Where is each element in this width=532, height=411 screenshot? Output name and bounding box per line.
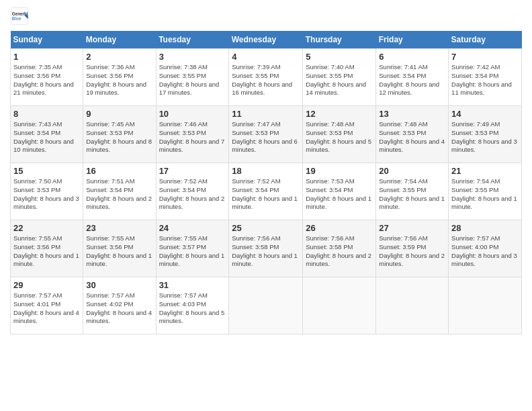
calendar-cell	[229, 277, 303, 334]
cell-info: Sunrise: 7:49 AM Sunset: 3:53 PM Dayligh…	[451, 120, 519, 154]
calendar-cell: 2 Sunrise: 7:36 AM Sunset: 3:56 PM Dayli…	[83, 49, 156, 106]
day-number: 22	[13, 223, 80, 233]
day-number: 29	[13, 280, 80, 290]
calendar-cell: 6 Sunrise: 7:41 AM Sunset: 3:54 PM Dayli…	[376, 49, 449, 106]
week-row-2: 8 Sunrise: 7:43 AM Sunset: 3:54 PM Dayli…	[11, 106, 522, 163]
day-number: 26	[306, 223, 373, 233]
col-header-wednesday: Wednesday	[229, 31, 303, 49]
cell-info: Sunrise: 7:57 AM Sunset: 4:00 PM Dayligh…	[451, 234, 519, 269]
cell-info: Sunrise: 7:57 AM Sunset: 4:01 PM Dayligh…	[13, 291, 80, 326]
calendar-cell: 23 Sunrise: 7:55 AM Sunset: 3:56 PM Dayl…	[83, 220, 156, 277]
cell-info: Sunrise: 7:46 AM Sunset: 3:53 PM Dayligh…	[159, 120, 226, 154]
cell-info: Sunrise: 7:51 AM Sunset: 3:54 PM Dayligh…	[86, 177, 152, 212]
calendar-cell: 11 Sunrise: 7:47 AM Sunset: 3:53 PM Dayl…	[229, 106, 303, 163]
col-header-saturday: Saturday	[449, 31, 522, 49]
calendar-cell: 31 Sunrise: 7:57 AM Sunset: 4:03 PM Dayl…	[156, 277, 229, 334]
day-number: 17	[159, 166, 226, 176]
day-number: 3	[159, 52, 226, 62]
calendar-cell: 24 Sunrise: 7:55 AM Sunset: 3:57 PM Dayl…	[156, 220, 229, 277]
cell-info: Sunrise: 7:54 AM Sunset: 3:55 PM Dayligh…	[451, 177, 519, 212]
cell-info: Sunrise: 7:57 AM Sunset: 4:03 PM Dayligh…	[159, 291, 226, 326]
day-number: 12	[306, 109, 373, 119]
cell-info: Sunrise: 7:48 AM Sunset: 3:53 PM Dayligh…	[306, 120, 373, 154]
day-number: 18	[232, 166, 300, 176]
calendar-cell: 19 Sunrise: 7:53 AM Sunset: 3:54 PM Dayl…	[303, 163, 376, 220]
day-number: 1	[13, 52, 80, 62]
col-header-tuesday: Tuesday	[156, 31, 229, 49]
calendar-cell: 9 Sunrise: 7:45 AM Sunset: 3:53 PM Dayli…	[83, 106, 156, 163]
logo: General Blue	[10, 7, 32, 26]
day-number: 21	[451, 166, 519, 176]
logo-icon: General Blue	[10, 7, 29, 26]
day-number: 9	[86, 109, 152, 119]
calendar-cell: 26 Sunrise: 7:56 AM Sunset: 3:58 PM Dayl…	[303, 220, 376, 277]
cell-info: Sunrise: 7:55 AM Sunset: 3:56 PM Dayligh…	[13, 234, 80, 269]
col-header-thursday: Thursday	[303, 31, 376, 49]
day-number: 15	[13, 166, 80, 176]
cell-info: Sunrise: 7:45 AM Sunset: 3:53 PM Dayligh…	[86, 120, 152, 154]
cell-info: Sunrise: 7:57 AM Sunset: 4:02 PM Dayligh…	[86, 291, 152, 326]
calendar-cell	[303, 277, 376, 334]
cell-info: Sunrise: 7:42 AM Sunset: 3:54 PM Dayligh…	[451, 63, 519, 97]
calendar-cell: 7 Sunrise: 7:42 AM Sunset: 3:54 PM Dayli…	[449, 49, 522, 106]
day-number: 8	[13, 109, 80, 119]
day-number: 25	[232, 223, 300, 233]
calendar-cell: 4 Sunrise: 7:39 AM Sunset: 3:55 PM Dayli…	[229, 49, 303, 106]
day-number: 20	[379, 166, 445, 176]
cell-info: Sunrise: 7:50 AM Sunset: 3:53 PM Dayligh…	[13, 177, 80, 212]
day-number: 31	[159, 280, 226, 290]
cell-info: Sunrise: 7:41 AM Sunset: 3:54 PM Dayligh…	[379, 63, 445, 97]
cell-info: Sunrise: 7:52 AM Sunset: 3:54 PM Dayligh…	[159, 177, 226, 212]
calendar-cell: 20 Sunrise: 7:54 AM Sunset: 3:55 PM Dayl…	[376, 163, 449, 220]
cell-info: Sunrise: 7:36 AM Sunset: 3:56 PM Dayligh…	[86, 63, 152, 97]
day-number: 23	[86, 223, 152, 233]
day-number: 11	[232, 109, 300, 119]
week-row-4: 22 Sunrise: 7:55 AM Sunset: 3:56 PM Dayl…	[11, 220, 522, 277]
cell-info: Sunrise: 7:53 AM Sunset: 3:54 PM Dayligh…	[306, 177, 373, 212]
cell-info: Sunrise: 7:55 AM Sunset: 3:57 PM Dayligh…	[159, 234, 226, 269]
day-number: 4	[232, 52, 300, 62]
col-header-monday: Monday	[83, 31, 156, 49]
calendar-cell: 8 Sunrise: 7:43 AM Sunset: 3:54 PM Dayli…	[11, 106, 83, 163]
calendar-cell	[376, 277, 449, 334]
cell-info: Sunrise: 7:35 AM Sunset: 3:56 PM Dayligh…	[13, 63, 80, 97]
day-number: 30	[86, 280, 152, 290]
week-row-1: 1 Sunrise: 7:35 AM Sunset: 3:56 PM Dayli…	[11, 49, 522, 106]
calendar-cell	[449, 277, 522, 334]
day-number: 5	[306, 52, 373, 62]
svg-text:Blue: Blue	[12, 16, 21, 21]
cell-info: Sunrise: 7:56 AM Sunset: 3:58 PM Dayligh…	[232, 234, 300, 269]
cell-info: Sunrise: 7:48 AM Sunset: 3:53 PM Dayligh…	[379, 120, 445, 154]
cell-info: Sunrise: 7:56 AM Sunset: 3:58 PM Dayligh…	[306, 234, 373, 269]
cell-info: Sunrise: 7:38 AM Sunset: 3:55 PM Dayligh…	[159, 63, 226, 97]
calendar-cell: 28 Sunrise: 7:57 AM Sunset: 4:00 PM Dayl…	[449, 220, 522, 277]
day-number: 24	[159, 223, 226, 233]
calendar-cell: 17 Sunrise: 7:52 AM Sunset: 3:54 PM Dayl…	[156, 163, 229, 220]
calendar-cell: 27 Sunrise: 7:56 AM Sunset: 3:59 PM Dayl…	[376, 220, 449, 277]
cell-info: Sunrise: 7:55 AM Sunset: 3:56 PM Dayligh…	[86, 234, 152, 269]
day-number: 19	[306, 166, 373, 176]
cell-info: Sunrise: 7:56 AM Sunset: 3:59 PM Dayligh…	[379, 234, 445, 269]
day-number: 28	[451, 223, 519, 233]
week-row-5: 29 Sunrise: 7:57 AM Sunset: 4:01 PM Dayl…	[11, 277, 522, 334]
calendar-cell: 21 Sunrise: 7:54 AM Sunset: 3:55 PM Dayl…	[449, 163, 522, 220]
calendar-cell: 30 Sunrise: 7:57 AM Sunset: 4:02 PM Dayl…	[83, 277, 156, 334]
cell-info: Sunrise: 7:39 AM Sunset: 3:55 PM Dayligh…	[232, 63, 300, 97]
main-container: General Blue SundayMondayTuesdayWednesda…	[0, 0, 532, 341]
calendar-cell: 22 Sunrise: 7:55 AM Sunset: 3:56 PM Dayl…	[11, 220, 83, 277]
calendar-cell: 29 Sunrise: 7:57 AM Sunset: 4:01 PM Dayl…	[11, 277, 83, 334]
calendar-cell: 5 Sunrise: 7:40 AM Sunset: 3:55 PM Dayli…	[303, 49, 376, 106]
col-header-sunday: Sunday	[11, 31, 83, 49]
calendar-header-row: SundayMondayTuesdayWednesdayThursdayFrid…	[11, 31, 522, 49]
header: General Blue	[10, 7, 522, 26]
calendar-table: SundayMondayTuesdayWednesdayThursdayFrid…	[10, 31, 522, 334]
day-number: 6	[379, 52, 445, 62]
calendar-cell: 18 Sunrise: 7:52 AM Sunset: 3:54 PM Dayl…	[229, 163, 303, 220]
calendar-cell: 14 Sunrise: 7:49 AM Sunset: 3:53 PM Dayl…	[449, 106, 522, 163]
week-row-3: 15 Sunrise: 7:50 AM Sunset: 3:53 PM Dayl…	[11, 163, 522, 220]
day-number: 27	[379, 223, 445, 233]
calendar-cell: 1 Sunrise: 7:35 AM Sunset: 3:56 PM Dayli…	[11, 49, 83, 106]
cell-info: Sunrise: 7:52 AM Sunset: 3:54 PM Dayligh…	[232, 177, 300, 212]
day-number: 10	[159, 109, 226, 119]
cell-info: Sunrise: 7:47 AM Sunset: 3:53 PM Dayligh…	[232, 120, 300, 154]
